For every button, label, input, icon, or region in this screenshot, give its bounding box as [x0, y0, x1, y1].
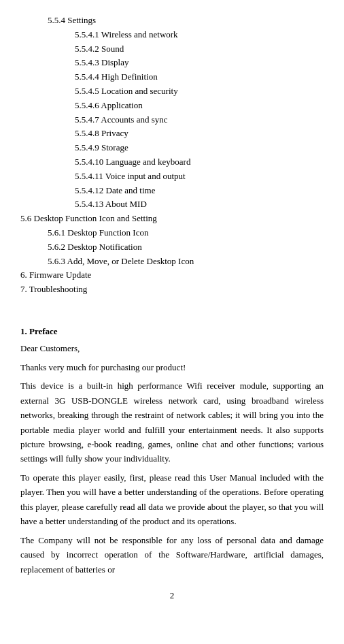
toc-item-554: 5.5.4 Settings [20, 14, 324, 28]
preface-p3: To operate this player easily, first, pl… [20, 470, 324, 529]
spacer2 [20, 313, 324, 324]
toc-item-55411: 5.5.4.11 Voice input and output [20, 170, 324, 184]
toc-item-55413: 5.5.4.13 About MID [20, 197, 324, 212]
preface-title: 1. Preface [20, 324, 324, 338]
toc-item-56: 5.6 Desktop Function Icon and Setting [20, 212, 324, 226]
table-of-contents: 5.5.4 Settings 5.5.4.1 Wireless and netw… [20, 14, 324, 297]
toc-item-5543: 5.5.4.3 Display [20, 56, 324, 70]
toc-item-5545: 5.5.4.5 Location and security [20, 84, 324, 99]
toc-item-562: 5.6.2 Desktop Notification [20, 240, 324, 255]
toc-item-5547: 5.5.4.7 Accounts and sync [20, 113, 324, 127]
toc-item-5548: 5.5.4.8 Privacy [20, 127, 324, 141]
spacer [20, 302, 324, 313]
toc-item-55412: 5.5.4.12 Date and time [20, 184, 324, 198]
page-number: 2 [20, 590, 324, 601]
toc-item-561: 5.6.1 Desktop Function Icon [20, 226, 324, 240]
preface-section: 1. Preface Dear Customers, Thanks very m… [20, 324, 324, 577]
toc-item-55410: 5.5.4.10 Language and keyboard [20, 155, 324, 170]
toc-item-6: 6. Firmware Update [20, 268, 324, 283]
toc-item-563: 5.6.3 Add, Move, or Delete Desktop Icon [20, 255, 324, 269]
toc-item-5546: 5.5.4.6 Application [20, 99, 324, 113]
toc-item-5549: 5.5.4.9 Storage [20, 141, 324, 155]
toc-item-5541: 5.5.4.1 Wireless and network [20, 28, 324, 42]
toc-item-7: 7. Troubleshooting [20, 283, 324, 297]
preface-p4: The Company will not be responsible for … [20, 533, 324, 577]
preface-p0: Dear Customers, [20, 341, 324, 355]
preface-p2: This device is a built-in high performan… [20, 379, 324, 466]
preface-p1: Thanks very much for purchasing our prod… [20, 360, 324, 374]
toc-item-5544: 5.5.4.4 High Definition [20, 70, 324, 84]
toc-item-5542: 5.5.4.2 Sound [20, 42, 324, 57]
